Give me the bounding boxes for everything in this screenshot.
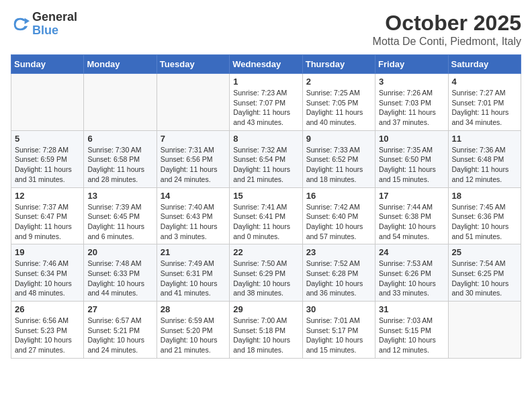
day-number: 4: [452, 77, 517, 87]
day-number: 18: [452, 191, 517, 201]
day-number: 15: [233, 191, 298, 201]
day-info: Sunrise: 7:37 AMSunset: 6:47 PMDaylight:…: [15, 202, 80, 242]
day-number: 16: [306, 191, 371, 201]
day-number: 21: [161, 247, 226, 257]
day-info: Sunrise: 7:44 AMSunset: 6:38 PMDaylight:…: [379, 202, 444, 242]
day-number: 19: [15, 247, 80, 257]
day-number: 30: [306, 304, 371, 314]
table-row: 13Sunrise: 7:39 AMSunset: 6:45 PMDayligh…: [84, 187, 157, 244]
day-info: Sunrise: 7:00 AMSunset: 5:18 PMDaylight:…: [233, 316, 298, 355]
calendar-week-row: 1Sunrise: 7:23 AMSunset: 7:07 PMDaylight…: [11, 74, 521, 131]
day-info: Sunrise: 7:31 AMSunset: 6:56 PMDaylight:…: [161, 145, 226, 185]
calendar-week-row: 12Sunrise: 7:37 AMSunset: 6:47 PMDayligh…: [11, 187, 521, 244]
table-row: 21Sunrise: 7:49 AMSunset: 6:31 PMDayligh…: [157, 244, 229, 302]
day-number: 13: [87, 191, 152, 201]
day-info: Sunrise: 7:53 AMSunset: 6:26 PMDaylight:…: [379, 259, 444, 298]
day-info: Sunrise: 7:52 AMSunset: 6:28 PMDaylight:…: [306, 259, 371, 298]
day-number: 23: [306, 247, 371, 257]
day-number: 25: [452, 247, 517, 257]
logo-blue-text: Blue: [32, 24, 77, 38]
day-info: Sunrise: 7:25 AMSunset: 7:05 PMDaylight:…: [306, 88, 371, 128]
day-number: 17: [379, 191, 444, 201]
table-row: 4Sunrise: 7:27 AMSunset: 7:01 PMDaylight…: [448, 74, 521, 131]
table-row: 1Sunrise: 7:23 AMSunset: 7:07 PMDaylight…: [230, 74, 302, 131]
day-info: Sunrise: 6:56 AMSunset: 5:23 PMDaylight:…: [15, 316, 80, 355]
day-number: 2: [306, 77, 371, 87]
day-number: 11: [452, 134, 517, 144]
day-info: Sunrise: 7:35 AMSunset: 6:50 PMDaylight:…: [379, 145, 444, 185]
day-number: 26: [15, 304, 80, 314]
header-thursday: Thursday: [302, 55, 375, 74]
header-friday: Friday: [375, 55, 448, 74]
day-info: Sunrise: 7:30 AMSunset: 6:58 PMDaylight:…: [87, 145, 152, 185]
day-info: Sunrise: 7:23 AMSunset: 7:07 PMDaylight:…: [233, 88, 298, 128]
day-number: 20: [87, 247, 152, 257]
day-info: Sunrise: 7:41 AMSunset: 6:41 PMDaylight:…: [233, 202, 298, 242]
day-number: 29: [233, 304, 298, 314]
table-row: 23Sunrise: 7:52 AMSunset: 6:28 PMDayligh…: [302, 244, 375, 302]
table-row: 14Sunrise: 7:40 AMSunset: 6:43 PMDayligh…: [157, 187, 229, 244]
day-number: 8: [233, 134, 298, 144]
table-row: 9Sunrise: 7:33 AMSunset: 6:52 PMDaylight…: [302, 130, 375, 187]
day-number: 27: [87, 304, 152, 314]
table-row: [448, 302, 521, 359]
table-row: 18Sunrise: 7:45 AMSunset: 6:36 PMDayligh…: [448, 187, 521, 244]
day-number: 1: [233, 77, 298, 87]
day-info: Sunrise: 7:54 AMSunset: 6:25 PMDaylight:…: [452, 259, 517, 298]
table-row: 11Sunrise: 7:36 AMSunset: 6:48 PMDayligh…: [448, 130, 521, 187]
day-number: 12: [15, 191, 80, 201]
table-row: 5Sunrise: 7:28 AMSunset: 6:59 PMDaylight…: [11, 130, 84, 187]
table-row: [157, 74, 229, 131]
day-info: Sunrise: 7:39 AMSunset: 6:45 PMDaylight:…: [87, 202, 152, 242]
day-info: Sunrise: 7:45 AMSunset: 6:36 PMDaylight:…: [452, 202, 517, 242]
table-row: 15Sunrise: 7:41 AMSunset: 6:41 PMDayligh…: [230, 187, 302, 244]
table-row: 19Sunrise: 7:46 AMSunset: 6:34 PMDayligh…: [11, 244, 84, 302]
table-row: 22Sunrise: 7:50 AMSunset: 6:29 PMDayligh…: [230, 244, 302, 302]
day-info: Sunrise: 7:33 AMSunset: 6:52 PMDaylight:…: [306, 145, 371, 185]
day-info: Sunrise: 7:49 AMSunset: 6:31 PMDaylight:…: [161, 259, 226, 298]
logo-icon: [11, 15, 30, 34]
table-row: 27Sunrise: 6:57 AMSunset: 5:21 PMDayligh…: [84, 302, 157, 359]
day-info: Sunrise: 7:48 AMSunset: 6:33 PMDaylight:…: [87, 259, 152, 298]
calendar-week-row: 26Sunrise: 6:56 AMSunset: 5:23 PMDayligh…: [11, 302, 521, 359]
day-info: Sunrise: 6:59 AMSunset: 5:20 PMDaylight:…: [161, 316, 226, 355]
header-sunday: Sunday: [11, 55, 84, 74]
calendar-table: Sunday Monday Tuesday Wednesday Thursday…: [11, 54, 521, 359]
table-row: 30Sunrise: 7:01 AMSunset: 5:17 PMDayligh…: [302, 302, 375, 359]
day-number: 6: [87, 134, 152, 144]
weekday-header-row: Sunday Monday Tuesday Wednesday Thursday…: [11, 55, 521, 74]
table-row: [84, 74, 157, 131]
header-saturday: Saturday: [448, 55, 521, 74]
table-row: 25Sunrise: 7:54 AMSunset: 6:25 PMDayligh…: [448, 244, 521, 302]
day-number: 5: [15, 134, 80, 144]
day-number: 28: [161, 304, 226, 314]
table-row: 24Sunrise: 7:53 AMSunset: 6:26 PMDayligh…: [375, 244, 448, 302]
day-number: 14: [161, 191, 226, 201]
table-row: 29Sunrise: 7:00 AMSunset: 5:18 PMDayligh…: [230, 302, 302, 359]
day-number: 9: [306, 134, 371, 144]
day-number: 10: [379, 134, 444, 144]
table-row: [11, 74, 84, 131]
day-number: 22: [233, 247, 298, 257]
table-row: 12Sunrise: 7:37 AMSunset: 6:47 PMDayligh…: [11, 187, 84, 244]
header-tuesday: Tuesday: [157, 55, 229, 74]
day-info: Sunrise: 7:42 AMSunset: 6:40 PMDaylight:…: [306, 202, 371, 242]
day-number: 3: [379, 77, 444, 87]
header-monday: Monday: [84, 55, 157, 74]
day-number: 31: [379, 304, 444, 314]
day-number: 24: [379, 247, 444, 257]
day-info: Sunrise: 7:01 AMSunset: 5:17 PMDaylight:…: [306, 316, 371, 355]
month-title: October 2025: [373, 11, 521, 36]
table-row: 2Sunrise: 7:25 AMSunset: 7:05 PMDaylight…: [302, 74, 375, 131]
day-number: 7: [161, 134, 226, 144]
logo-general-text: General: [32, 11, 77, 24]
table-row: 6Sunrise: 7:30 AMSunset: 6:58 PMDaylight…: [84, 130, 157, 187]
day-info: Sunrise: 7:36 AMSunset: 6:48 PMDaylight:…: [452, 145, 517, 185]
table-row: 7Sunrise: 7:31 AMSunset: 6:56 PMDaylight…: [157, 130, 229, 187]
table-row: 16Sunrise: 7:42 AMSunset: 6:40 PMDayligh…: [302, 187, 375, 244]
table-row: 8Sunrise: 7:32 AMSunset: 6:54 PMDaylight…: [230, 130, 302, 187]
table-row: 31Sunrise: 7:03 AMSunset: 5:15 PMDayligh…: [375, 302, 448, 359]
location-title: Motta De Conti, Piedmont, Italy: [373, 36, 521, 48]
table-row: 10Sunrise: 7:35 AMSunset: 6:50 PMDayligh…: [375, 130, 448, 187]
page-header: General Blue October 2025 Motta De Conti…: [11, 11, 521, 48]
